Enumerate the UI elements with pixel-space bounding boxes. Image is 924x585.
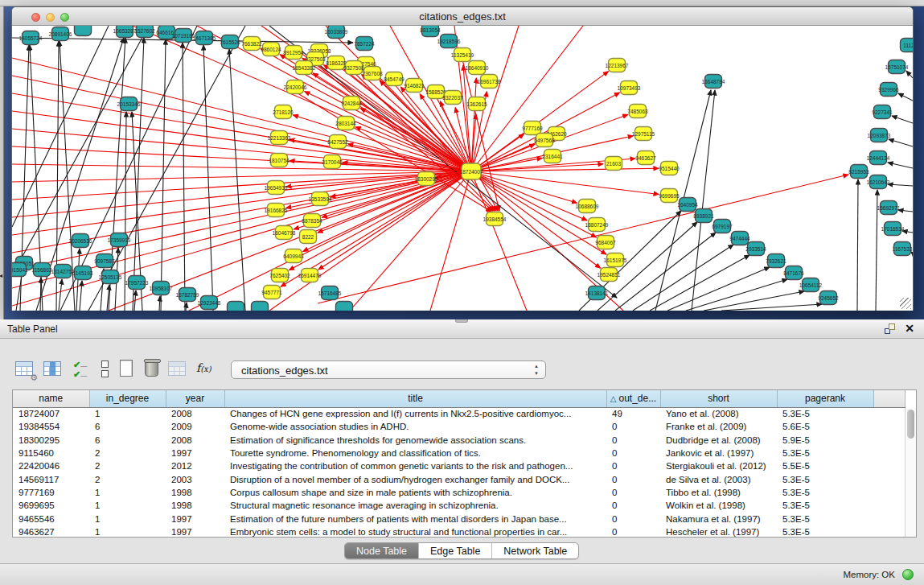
table-cell[interactable]: 6 [89, 434, 166, 447]
delete-table-icon[interactable] [167, 358, 188, 381]
table-scrollbar[interactable] [905, 408, 916, 537]
table-cell[interactable]: 5.3E-5 [777, 499, 873, 512]
column-header-title[interactable]: title [224, 390, 606, 407]
graph-edge[interactable] [471, 171, 577, 203]
table-cell[interactable]: 5.3E-5 [777, 512, 873, 525]
graph-edge[interactable] [159, 296, 160, 311]
table-row[interactable]: 1456911722003Disruption of a novel membe… [13, 472, 905, 485]
table-row[interactable]: 969969511998Structural magnetic resonanc… [13, 499, 905, 512]
graph-node[interactable] [228, 302, 244, 311]
graph-edge[interactable] [686, 279, 787, 311]
table-cell[interactable] [873, 472, 905, 485]
column-header-name[interactable]: name [13, 390, 89, 407]
table-cell[interactable]: 5.5E-5 [777, 459, 873, 472]
graph-edge[interactable] [898, 210, 913, 212]
graph-edge[interactable] [667, 267, 770, 311]
graph-edge[interactable] [857, 179, 858, 311]
graph-edge[interactable] [133, 38, 144, 311]
panel-divider-grip[interactable] [455, 319, 468, 323]
table-cell[interactable]: 1 [89, 512, 166, 525]
table-cell[interactable]: 1997 [166, 525, 224, 538]
network-window-titlebar[interactable]: citations_edges.txt [12, 7, 913, 26]
table-cell[interactable]: Nakamura et al. (1997) [660, 512, 777, 525]
table-cell[interactable]: 14569117 [13, 472, 89, 485]
table-cell[interactable]: 2008 [166, 407, 224, 420]
table-cell[interactable]: 0 [606, 512, 660, 525]
table-cell[interactable]: 0 [606, 472, 660, 485]
table-cell[interactable]: 18300295 [13, 434, 89, 447]
graph-edge[interactable] [318, 171, 471, 233]
table-cell[interactable]: 49 [606, 407, 660, 420]
graph-edge[interactable] [59, 279, 62, 311]
delete-column-icon[interactable] [142, 358, 162, 381]
tab-network-table[interactable]: Network Table [492, 543, 578, 558]
table-cell[interactable]: 2 [89, 472, 166, 485]
column-header-indegree[interactable]: in_degree [89, 390, 166, 407]
column-header-pagerank[interactable]: pagerank [777, 390, 873, 407]
graph-edge[interactable] [704, 291, 804, 311]
table-cell[interactable]: 9777169 [13, 486, 89, 499]
graph-edge[interactable] [889, 139, 913, 146]
table-cell[interactable]: 1997 [166, 512, 224, 525]
table-cell[interactable]: 22420046 [13, 459, 89, 472]
graph-edge[interactable] [721, 304, 822, 311]
table-cell[interactable]: 9465546 [13, 512, 89, 525]
table-row[interactable]: 946554611997Estimation of the future num… [13, 512, 905, 525]
table-cell[interactable]: 5.3E-5 [777, 525, 873, 538]
table-row[interactable]: 1872400712008Changes of HCN gene express… [13, 407, 905, 420]
table-cell[interactable]: 1 [89, 499, 166, 512]
table-cell[interactable] [873, 499, 905, 512]
graph-edge[interactable] [40, 278, 41, 311]
table-cell[interactable]: 0 [606, 434, 660, 447]
graph-edge[interactable] [350, 171, 471, 311]
table-cell[interactable]: 19384554 [13, 420, 89, 433]
window-resize-grip[interactable] [900, 298, 911, 309]
graph-edge[interactable] [12, 171, 471, 200]
table-cell[interactable]: 2008 [166, 434, 224, 447]
table-cell[interactable] [873, 512, 905, 525]
table-cell[interactable]: 2009 [166, 420, 224, 433]
table-cell[interactable]: 1998 [166, 486, 224, 499]
table-selector-dropdown[interactable]: citations_edges.txt ▲▼ [231, 360, 546, 379]
create-column-icon[interactable] [117, 358, 138, 381]
table-cell[interactable]: Investigating the contribution of common… [224, 459, 606, 472]
table-cell[interactable]: 5.3E-5 [777, 486, 873, 499]
table-cell[interactable]: Tourette syndrome. Phenomenology and cla… [224, 447, 606, 459]
table-row[interactable]: 2242004622012Investigating the contribut… [13, 459, 905, 472]
splitter-collapse-arrow[interactable]: ◂ [0, 272, 2, 279]
table-cell[interactable]: 0 [606, 459, 660, 472]
table-row[interactable]: 946362711997Embryonic stem cells: a mode… [13, 525, 905, 538]
table-cell[interactable] [873, 525, 905, 538]
table-cell[interactable]: 0 [606, 499, 660, 512]
table-cell[interactable]: Estimation of the future numbers of pati… [224, 512, 606, 525]
table-cell[interactable]: 2012 [166, 459, 224, 472]
table-cell[interactable]: 1 [89, 407, 166, 420]
table-cell[interactable] [873, 420, 905, 433]
graph-edge[interactable] [615, 233, 716, 311]
table-cell[interactable]: Jankovic et al. (1997) [660, 447, 777, 459]
table-cell[interactable] [873, 447, 905, 459]
table-cell[interactable]: 2 [89, 459, 166, 472]
table-cell[interactable]: 9463627 [13, 525, 89, 538]
table-cell[interactable]: Structural magnetic resonance image aver… [224, 499, 606, 512]
table-cell[interactable]: Genome-wide association studies in ADHD. [224, 420, 606, 433]
table-cell[interactable]: 1 [89, 525, 166, 538]
table-row[interactable]: 911546021997Tourette syndrome. Phenomeno… [13, 447, 905, 459]
table-cell[interactable]: 1997 [166, 447, 224, 459]
graph-node[interactable] [252, 302, 269, 311]
graph-edge[interactable] [183, 43, 185, 311]
table-cell[interactable]: Hescheler et al. (1997) [660, 525, 777, 538]
table-cell[interactable]: 5.6E-5 [777, 420, 873, 433]
table-cell[interactable] [873, 434, 905, 447]
graph-edge[interactable] [911, 252, 913, 253]
row-selection-icon[interactable]: ✔—✔— [72, 358, 92, 381]
table-cell[interactable] [873, 459, 905, 472]
table-cell[interactable]: 6 [89, 420, 166, 433]
graph-edge[interactable] [88, 26, 245, 311]
table-cell[interactable]: 5.9E-5 [777, 434, 873, 447]
graph-edge[interactable] [650, 255, 749, 311]
graph-node[interactable] [336, 302, 353, 311]
graph-edge[interactable] [186, 303, 187, 311]
table-row[interactable]: 1938455462009Genome-wide association stu… [13, 420, 905, 433]
graph-edge[interactable] [892, 116, 913, 123]
